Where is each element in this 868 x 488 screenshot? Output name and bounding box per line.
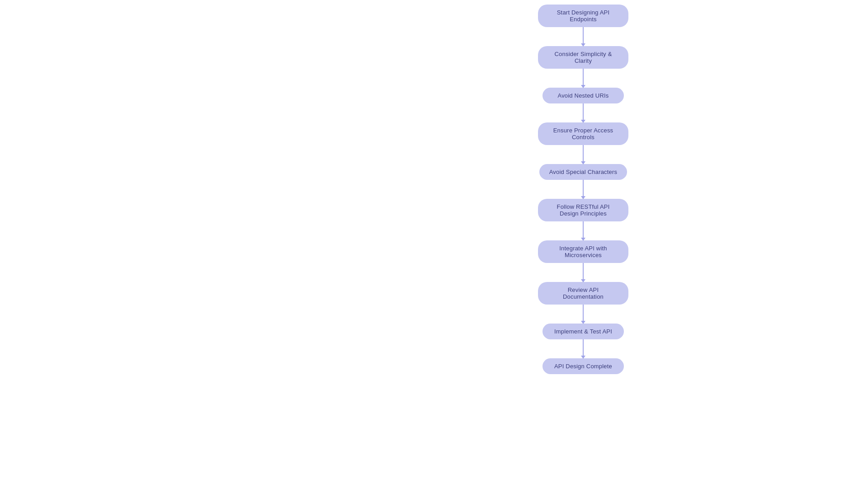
node-complete: API Design Complete — [542, 358, 624, 374]
flow-connector — [583, 339, 584, 358]
flowchart: Start Designing API EndpointsConsider Si… — [515, 0, 651, 374]
node-documentation: Review API Documentation — [538, 282, 628, 305]
node-simplicity: Consider Simplicity & Clarity — [538, 46, 628, 69]
node-implement: Implement & Test API — [542, 324, 624, 339]
flow-connector — [583, 103, 584, 122]
node-access-controls: Ensure Proper Access Controls — [538, 122, 628, 145]
node-nested-uris: Avoid Nested URIs — [542, 88, 624, 103]
node-special-chars: Avoid Special Characters — [539, 164, 627, 180]
node-microservices: Integrate API with Microservices — [538, 240, 628, 263]
flow-connector — [583, 221, 584, 240]
flow-connector — [583, 145, 584, 164]
flow-connector — [583, 263, 584, 282]
flow-connector — [583, 27, 584, 46]
node-start: Start Designing API Endpoints — [538, 5, 628, 27]
flow-connector — [583, 69, 584, 88]
node-restful: Follow RESTful API Design Principles — [538, 199, 628, 221]
flow-connector — [583, 180, 584, 199]
flow-connector — [583, 305, 584, 324]
